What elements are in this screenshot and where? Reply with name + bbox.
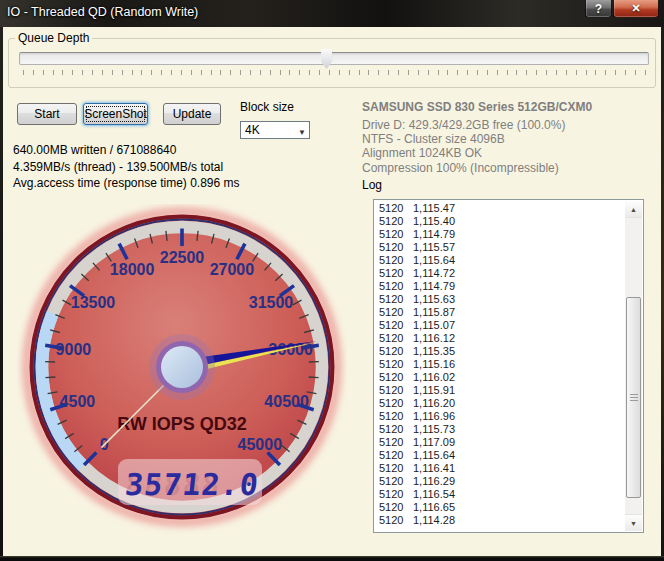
log-row[interactable]: 51201,114.79 — [376, 228, 624, 241]
svg-text:22500: 22500 — [160, 249, 205, 266]
update-button[interactable]: Update — [163, 103, 221, 125]
log-row[interactable]: 51201,115.91 — [376, 384, 624, 397]
log-row[interactable]: 51201,116.96 — [376, 410, 624, 423]
queue-depth-slider[interactable] — [19, 52, 649, 65]
gauge-title: RW IOPS QD32 — [117, 414, 247, 434]
log-scrollbar[interactable]: ▲ ▼ — [625, 201, 642, 531]
log-row[interactable]: 51201,115.64 — [376, 254, 624, 267]
log-row[interactable]: 51201,116.54 — [376, 488, 624, 501]
log-listbox[interactable]: 51201,115.4751201,115.4051201,114.795120… — [373, 199, 644, 533]
drive-compression: Compression 100% (Incompressible) — [362, 161, 592, 175]
log-row[interactable]: 51201,114.72 — [376, 267, 624, 280]
log-rows: 51201,115.4751201,115.4051201,114.795120… — [376, 202, 624, 531]
window-border-left — [0, 27, 3, 561]
log-row[interactable]: 51201,115.64 — [376, 449, 624, 462]
svg-text:13500: 13500 — [71, 294, 116, 311]
drive-info: SAMSUNG SSD 830 Series 512GB/CXM0 Drive … — [362, 100, 592, 175]
help-icon: ? — [595, 2, 602, 16]
svg-text:40500: 40500 — [264, 393, 309, 410]
log-row[interactable]: 51201,115.07 — [376, 319, 624, 332]
log-row[interactable]: 51201,116.29 — [376, 475, 624, 488]
gauge-svg: 0450090001350018000225002700031500360004… — [17, 204, 347, 538]
drive-filesystem: NTFS - Cluster size 4096B — [362, 132, 592, 146]
log-row[interactable]: 51201,115.63 — [376, 293, 624, 306]
stat-written: 640.00MB written / 671088640 — [13, 142, 240, 159]
log-label: Log — [362, 178, 382, 192]
close-icon: ✕ — [631, 2, 640, 15]
scroll-up-icon: ▲ — [630, 206, 637, 213]
block-size-value: 4K — [245, 123, 260, 137]
scroll-down-icon: ▼ — [630, 520, 637, 527]
log-row[interactable]: 51201,114.79 — [376, 280, 624, 293]
app-window: IO - Threaded QD (Random Write) ? ✕ Queu… — [0, 0, 664, 561]
svg-text:4500: 4500 — [60, 393, 96, 410]
scrollbar-grip-icon — [630, 394, 638, 402]
log-row[interactable]: 51201,114.28 — [376, 514, 624, 527]
svg-text:45000: 45000 — [238, 436, 283, 453]
svg-text:18000: 18000 — [110, 261, 155, 278]
svg-text:27000: 27000 — [210, 261, 255, 278]
block-size-label: Block size — [240, 100, 294, 114]
lcd-value: 35712.0 — [124, 467, 261, 502]
scroll-down-button[interactable]: ▼ — [625, 514, 642, 531]
screenshot-button[interactable]: ScreenShot — [83, 103, 148, 125]
window-title: IO - Threaded QD (Random Write) — [7, 5, 198, 19]
help-button[interactable]: ? — [585, 0, 612, 18]
log-row[interactable]: 51201,115.40 — [376, 215, 624, 228]
drive-alignment: Alignment 1024KB OK — [362, 146, 592, 160]
log-row[interactable]: 51201,116.02 — [376, 371, 624, 384]
log-row[interactable]: 51201,115.47 — [376, 202, 624, 215]
close-button[interactable]: ✕ — [613, 0, 659, 18]
window-border-bottom — [0, 556, 664, 561]
drive-capacity: Drive D: 429.3/429.2GB free (100.0%) — [362, 118, 592, 132]
stat-throughput: 4.359MB/s (thread) - 139.500MB/s total — [13, 159, 240, 176]
log-row[interactable]: 51201,115.35 — [376, 345, 624, 358]
log-row[interactable]: 51201,115.87 — [376, 306, 624, 319]
drive-model: SAMSUNG SSD 830 Series 512GB/CXM0 — [362, 100, 592, 114]
chevron-down-icon: ▼ — [298, 125, 306, 141]
queue-depth-label: Queue Depth — [15, 31, 92, 45]
titlebar[interactable]: IO - Threaded QD (Random Write) ? ✕ — [0, 0, 664, 27]
caption-buttons: ? ✕ — [585, 0, 659, 18]
gauge-hub — [161, 346, 203, 388]
log-row[interactable]: 51201,115.57 — [376, 241, 624, 254]
queue-depth-group: Queue Depth — [8, 38, 656, 88]
start-button[interactable]: Start — [17, 103, 77, 125]
scroll-up-button[interactable]: ▲ — [625, 201, 642, 218]
scrollbar-thumb[interactable] — [626, 297, 641, 498]
log-row[interactable]: 51201,117.09 — [376, 436, 624, 449]
log-row[interactable]: 51201,116.41 — [376, 462, 624, 475]
log-row[interactable]: 51201,115.16 — [376, 358, 624, 371]
log-row[interactable]: 51201,116.65 — [376, 501, 624, 514]
slider-tick-marks — [23, 70, 646, 75]
log-row[interactable]: 51201,115.73 — [376, 423, 624, 436]
svg-text:31500: 31500 — [249, 294, 294, 311]
iops-gauge: 0450090001350018000225002700031500360004… — [17, 204, 347, 538]
slider-thumb[interactable] — [321, 49, 332, 69]
stat-access-time: Avg.access time (response time) 0.896 ms — [13, 175, 240, 192]
run-statistics: 640.00MB written / 671088640 4.359MB/s (… — [13, 142, 240, 192]
svg-text:9000: 9000 — [56, 341, 92, 358]
log-row[interactable]: 51201,116.20 — [376, 397, 624, 410]
block-size-select[interactable]: 4K ▼ — [240, 121, 310, 139]
log-row[interactable]: 51201,116.12 — [376, 332, 624, 345]
